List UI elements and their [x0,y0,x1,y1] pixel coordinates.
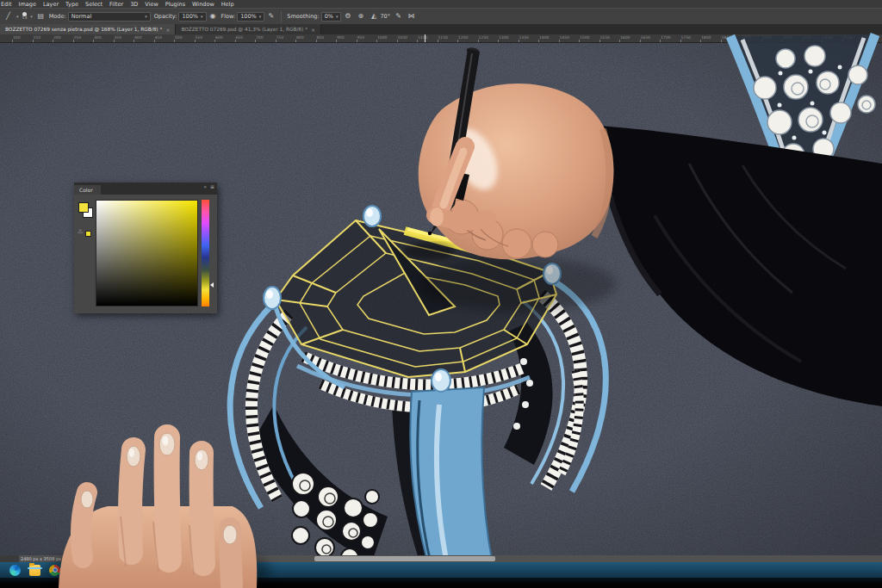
gamut-swatch[interactable] [85,231,91,237]
horizontal-scrollbar-thumb[interactable] [314,556,495,561]
foreground-color-swatch[interactable] [78,202,89,213]
color-panel-header: Color « ≡ [74,183,217,195]
edge-icon[interactable] [9,565,21,576]
color-panel-body: ⚠ [74,195,217,313]
color-panel-tab[interactable]: Color [74,185,101,195]
status-expand-icon[interactable]: ❯ [74,556,78,561]
gamut-warning-icon: ⚠ [78,229,83,235]
panel-menu-icon[interactable]: ≡ [210,183,214,189]
saturation-brightness-picker[interactable] [96,200,198,306]
panel-collapse-icon[interactable]: « [203,183,207,189]
outlook-icon[interactable] [69,565,80,576]
pen-display-screen: EditImageLayerTypeSelectFilter3DViewPlug… [0,0,882,588]
file-explorer-icon[interactable] [29,565,40,576]
windows-taskbar [0,562,882,578]
excel-icon[interactable] [89,565,100,576]
document-size-text: 2480 px x 3508 px (300 ppi) [21,556,82,561]
hue-slider-marker[interactable] [210,282,214,288]
hue-slider[interactable] [202,200,209,306]
display-bezel [0,578,882,588]
status-ledge [0,555,19,562]
status-bar: 2480 px x 3508 px (300 ppi) ❯ [0,555,882,562]
chrome-icon[interactable] [49,565,60,576]
color-panel: Color « ≡ ⚠ [74,183,217,313]
